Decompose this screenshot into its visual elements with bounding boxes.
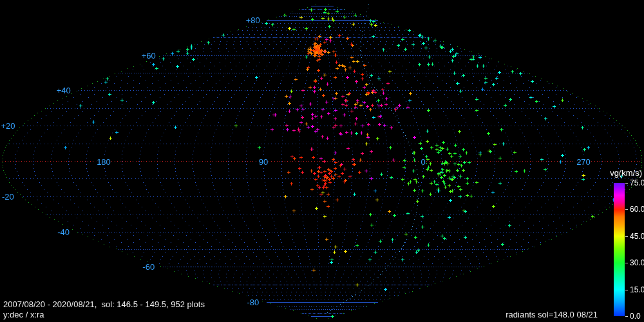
colorbar-tick-label: 45.0 (630, 232, 644, 240)
colorbar-tick-label: 75.0 (630, 179, 644, 187)
date-range-text: 2007/08/20 - 2020/08/21, sol: 146.5 - 14… (3, 300, 205, 308)
dec-tick-label: -60 (142, 263, 155, 271)
dec-tick-label: -20 (1, 192, 15, 200)
radiants-sol-text: radiants sol=148.0 08/21 (506, 310, 598, 319)
dec-tick-label: +80 (245, 15, 261, 24)
colorbar-tick-label: 0.0 (630, 312, 641, 320)
axis-mapping-text: y:dec / x:ra (3, 310, 44, 319)
ra-tick-label: 180 (96, 158, 111, 166)
colorbar-tick-mark (625, 316, 628, 317)
colorbar-tick-label: 15.0 (630, 286, 644, 294)
dec-tick-label: +20 (0, 122, 15, 130)
colorbar-gradient (614, 183, 625, 316)
colorbar-tick-mark (625, 290, 628, 290)
dec-tick-label: -80 (246, 298, 260, 307)
ra-tick-label: 90 (258, 158, 269, 166)
colorbar-tick-label: 60.0 (630, 205, 644, 213)
colorbar-tick-label: 30.0 (630, 259, 644, 267)
ra-tick-label: 0 (420, 158, 426, 166)
colorbar-tick-mark (625, 183, 628, 184)
dec-tick-label: -40 (57, 227, 70, 236)
ra-tick-label: 270 (576, 158, 591, 166)
colorbar-title: vg(km/s) (610, 169, 642, 177)
dec-tick-label: +40 (56, 86, 71, 95)
colorbar-tick-mark (625, 236, 628, 237)
colorbar-tick-mark (625, 263, 628, 263)
colorbar-tick-mark (625, 209, 628, 210)
radiant-map-window: +80+60+40+20-20-40-60-80180900270 2007/0… (0, 0, 644, 322)
dec-tick-label: +60 (141, 51, 156, 59)
